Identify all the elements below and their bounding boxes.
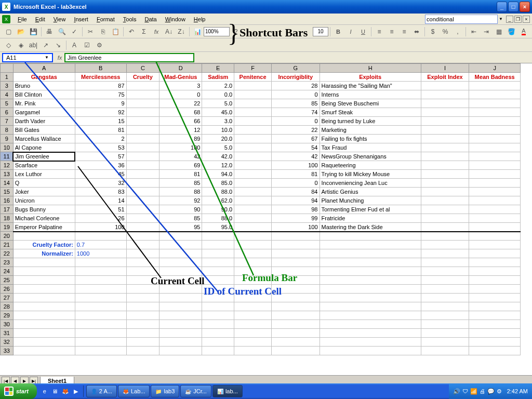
align-left-icon[interactable]: ≡: [374, 26, 385, 37]
cell[interactable]: [202, 232, 234, 241]
maximize-button[interactable]: □: [508, 2, 518, 12]
cell[interactable]: [159, 338, 202, 347]
cell[interactable]: [469, 320, 521, 329]
cell[interactable]: Raqueteering: [320, 161, 421, 170]
cell[interactable]: [202, 347, 234, 355]
cell[interactable]: [320, 232, 421, 241]
cell[interactable]: [421, 82, 469, 90]
col-head-E[interactable]: E: [202, 64, 234, 73]
cell[interactable]: [159, 258, 202, 267]
cell[interactable]: [469, 329, 521, 338]
cruelty-val[interactable]: 0.7: [75, 241, 126, 249]
new-icon[interactable]: ▢: [3, 26, 14, 37]
cell[interactable]: [234, 302, 272, 311]
cell[interactable]: [469, 196, 521, 205]
fill-color-icon[interactable]: 🪣: [506, 26, 517, 37]
norm-val[interactable]: 1000: [75, 249, 126, 258]
menu-edit[interactable]: Edit: [31, 15, 49, 23]
cell[interactable]: [421, 329, 469, 338]
cell[interactable]: [75, 302, 126, 311]
cell[interactable]: Smurf Steak: [320, 108, 421, 117]
cell[interactable]: [469, 135, 521, 143]
cell[interactable]: [469, 311, 521, 320]
cell[interactable]: [272, 311, 320, 320]
cell[interactable]: 100: [272, 223, 320, 232]
cell[interactable]: 68: [159, 108, 202, 117]
cell[interactable]: Emperor Palpatine: [13, 223, 75, 232]
cell[interactable]: [469, 232, 521, 241]
cell[interactable]: 94.0: [202, 170, 234, 179]
cell[interactable]: Gargamel: [13, 108, 75, 117]
cruelty-label[interactable]: Cruelty Factor:: [13, 241, 75, 249]
fontsize-box[interactable]: [313, 27, 328, 36]
close-button[interactable]: ×: [520, 2, 530, 12]
indent-inc-icon[interactable]: ⇥: [481, 26, 492, 37]
cell[interactable]: [421, 205, 469, 214]
cell[interactable]: Al Capone: [13, 143, 75, 152]
cell[interactable]: 2.0: [202, 82, 234, 90]
autosum-icon[interactable]: Σ: [138, 26, 150, 37]
header-cell[interactable]: Exploit Index: [421, 73, 469, 82]
clock[interactable]: 2:42 AM: [507, 388, 528, 394]
cell[interactable]: [272, 347, 320, 355]
row-head[interactable]: 10: [1, 143, 14, 152]
cell[interactable]: [421, 347, 469, 355]
cell[interactable]: 26: [75, 214, 126, 223]
task-item-active[interactable]: 📊 lab...: [212, 385, 243, 397]
row-head[interactable]: 23: [1, 258, 14, 267]
cell[interactable]: [159, 232, 202, 241]
cell[interactable]: [320, 241, 421, 249]
dropdown-icon[interactable]: ▼: [499, 17, 503, 21]
cell[interactable]: [320, 338, 421, 347]
cell[interactable]: [13, 267, 75, 276]
cell[interactable]: [202, 285, 234, 294]
row-head[interactable]: 1: [1, 73, 14, 82]
menu-file[interactable]: File: [14, 15, 31, 23]
cell[interactable]: [469, 294, 521, 302]
cell[interactable]: [421, 276, 469, 285]
cell[interactable]: 90.0: [202, 205, 234, 214]
cell[interactable]: [75, 276, 126, 285]
align-center-icon[interactable]: ≡: [386, 26, 397, 37]
cell[interactable]: 99: [272, 214, 320, 223]
cell[interactable]: [320, 285, 421, 294]
cell[interactable]: [272, 258, 320, 267]
cell[interactable]: [126, 179, 159, 188]
cell[interactable]: Joker: [13, 188, 75, 196]
cell[interactable]: [159, 347, 202, 355]
cell[interactable]: [421, 241, 469, 249]
cell[interactable]: [234, 135, 272, 143]
cell[interactable]: [320, 249, 421, 258]
cell[interactable]: [202, 294, 234, 302]
cell[interactable]: [421, 338, 469, 347]
cell[interactable]: Harassing the "Sailing Man": [320, 82, 421, 90]
cell[interactable]: 100: [159, 143, 202, 152]
cell[interactable]: Interns: [320, 90, 421, 99]
cell[interactable]: [159, 320, 202, 329]
task-item[interactable]: 🦊 Lab...: [118, 385, 150, 397]
col-head-C[interactable]: C: [126, 64, 159, 73]
cell[interactable]: [320, 302, 421, 311]
cell[interactable]: [421, 135, 469, 143]
cell[interactable]: [421, 249, 469, 258]
row-head[interactable]: 24: [1, 267, 14, 276]
cell[interactable]: [421, 320, 469, 329]
cell[interactable]: [421, 152, 469, 161]
cell[interactable]: [421, 126, 469, 135]
norm-label[interactable]: Normalizer:: [13, 249, 75, 258]
cell[interactable]: [234, 232, 272, 241]
cell[interactable]: Being turned by Luke: [320, 117, 421, 126]
doc-close-button[interactable]: ×: [523, 16, 530, 23]
cell[interactable]: [75, 347, 126, 355]
cell[interactable]: Jim Greenlee: [13, 152, 75, 161]
cell[interactable]: [126, 170, 159, 179]
row-head[interactable]: 29: [1, 311, 14, 320]
cell[interactable]: 100: [75, 223, 126, 232]
underline-icon[interactable]: U: [357, 26, 369, 37]
cell[interactable]: [421, 285, 469, 294]
cell[interactable]: [126, 82, 159, 90]
cell[interactable]: [75, 232, 126, 241]
cell[interactable]: 45: [75, 170, 126, 179]
tray-icon[interactable]: 💬: [487, 388, 495, 395]
cell[interactable]: 14: [75, 196, 126, 205]
